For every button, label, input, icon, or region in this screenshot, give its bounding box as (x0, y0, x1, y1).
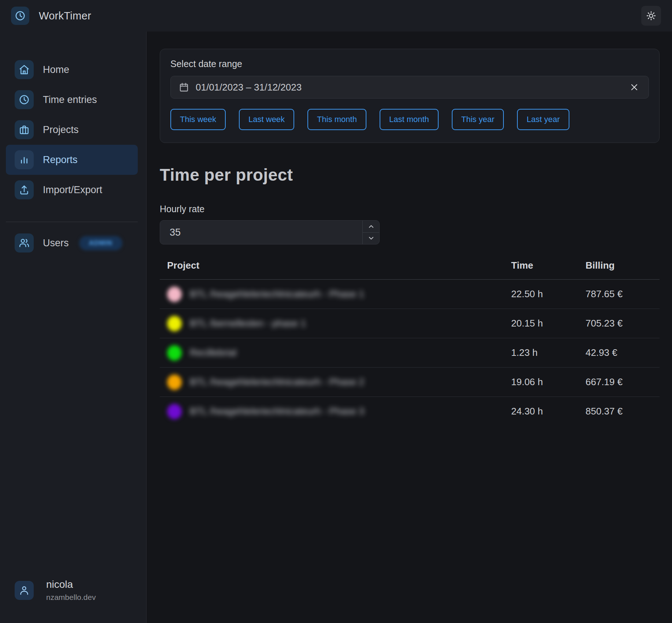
table-row: Recillebrial 1.23 h 42.93 € (160, 338, 660, 368)
table-row: BTL /heagehleleriechlnicateurh - Phase 1… (160, 280, 660, 309)
time-per-project-table: Project Time Billing BTL /heagehleleriec… (160, 258, 660, 426)
app-logo (11, 7, 29, 25)
date-range-input[interactable]: 01/01/2023 – 31/12/2023 (170, 76, 649, 99)
preset-last-week-button[interactable]: Last week (239, 109, 294, 130)
page-title: Time per project (160, 165, 660, 185)
hourly-rate-input[interactable]: 35 (160, 220, 380, 244)
hourly-rate-label: Hourly rate (160, 204, 660, 214)
sidebar-item-import-export[interactable]: Import/Export (6, 175, 138, 205)
project-name: BTL /heagehleleriechlnicateurh - Phase 1 (190, 288, 364, 300)
billing-cell: 850.37 € (586, 397, 660, 426)
clock-icon (15, 90, 34, 109)
profile-domain: nzambello.dev (46, 593, 96, 602)
sidebar-item-label: Import/Export (43, 184, 102, 196)
sidebar-item-projects[interactable]: Projects (6, 115, 138, 145)
bar-chart-icon (15, 150, 34, 169)
chevron-down-icon (368, 235, 375, 242)
project-color-dot (167, 287, 182, 302)
close-icon (629, 82, 639, 92)
calendar-icon (179, 82, 189, 92)
project-color-dot (167, 375, 182, 390)
project-name: BTL /heagehleleriechlnicateurh - Phase 3 (190, 406, 364, 417)
preset-last-year-button[interactable]: Last year (517, 109, 569, 130)
preset-this-week-button[interactable]: This week (170, 109, 226, 130)
sidebar-item-users[interactable]: Users ADMIN (6, 228, 138, 258)
main-content: Select date range 01/01/2023 – 31/12/202… (147, 32, 672, 623)
project-color-dot (167, 404, 182, 419)
time-cell: 22.50 h (511, 280, 586, 309)
preset-this-month-button[interactable]: This month (307, 109, 366, 130)
project-name: BTL /bernelleslen - phase 1 (190, 318, 306, 329)
rate-stepper (362, 221, 379, 244)
date-presets: This week Last week This month Last mont… (170, 109, 649, 130)
clock-icon (15, 10, 26, 21)
column-header-billing: Billing (586, 258, 660, 280)
table-row: BTL /heagehleleriechlnicateurh - Phase 2… (160, 368, 660, 397)
date-range-label: Select date range (170, 59, 649, 69)
sidebar-item-label: Projects (43, 124, 79, 136)
sidebar-item-label: Reports (43, 154, 78, 166)
billing-cell: 705.23 € (586, 309, 660, 338)
sidebar: Home Time entries Projects (0, 32, 147, 623)
time-cell: 19.06 h (511, 368, 586, 397)
preset-this-year-button[interactable]: This year (452, 109, 504, 130)
upload-icon (15, 180, 34, 199)
sidebar-item-reports[interactable]: Reports (6, 145, 138, 175)
clear-date-button[interactable] (628, 81, 640, 93)
sidebar-item-home[interactable]: Home (6, 55, 138, 85)
project-name: BTL /heagehleleriechlnicateurh - Phase 2 (190, 376, 364, 388)
sidebar-item-label: Time entries (43, 94, 97, 106)
sidebar-item-label: Users (43, 237, 69, 249)
home-icon (15, 60, 34, 79)
theme-toggle-button[interactable] (641, 6, 661, 26)
sidebar-divider (6, 222, 138, 222)
sidebar-item-time-entries[interactable]: Time entries (6, 85, 138, 115)
admin-badge: ADMIN (79, 236, 122, 250)
time-cell: 20.15 h (511, 309, 586, 338)
stepper-up-button[interactable] (363, 221, 379, 233)
app-title: WorkTimer (39, 10, 91, 22)
user-profile[interactable]: nicola nzambello.dev (15, 579, 96, 602)
time-cell: 24.30 h (511, 397, 586, 426)
users-icon (15, 233, 34, 252)
project-table-body: BTL /heagehleleriechlnicateurh - Phase 1… (160, 280, 660, 426)
profile-username: nicola (46, 579, 96, 590)
table-row: BTL /heagehleleriechlnicateurh - Phase 3… (160, 397, 660, 426)
column-header-project: Project (160, 258, 511, 280)
billing-cell: 667.19 € (586, 368, 660, 397)
billing-cell: 787.65 € (586, 280, 660, 309)
briefcase-icon (15, 120, 34, 139)
project-color-dot (167, 345, 182, 361)
column-header-time: Time (511, 258, 586, 280)
project-name: Recillebrial (190, 347, 236, 358)
stepper-down-button[interactable] (363, 233, 379, 244)
time-cell: 1.23 h (511, 338, 586, 368)
hourly-rate-value: 35 (160, 221, 362, 244)
date-range-card: Select date range 01/01/2023 – 31/12/202… (160, 49, 660, 143)
chevron-up-icon (368, 223, 375, 230)
table-row: BTL /bernelleslen - phase 1 20.15 h 705.… (160, 309, 660, 338)
billing-cell: 42.93 € (586, 338, 660, 368)
user-icon (15, 581, 34, 600)
table-header-row: Project Time Billing (160, 258, 660, 280)
project-color-dot (167, 316, 182, 331)
preset-last-month-button[interactable]: Last month (380, 109, 439, 130)
sidebar-item-label: Home (43, 64, 69, 75)
topbar: WorkTimer (0, 0, 672, 32)
sun-icon (646, 11, 656, 21)
date-range-value: 01/01/2023 – 31/12/2023 (196, 82, 302, 93)
